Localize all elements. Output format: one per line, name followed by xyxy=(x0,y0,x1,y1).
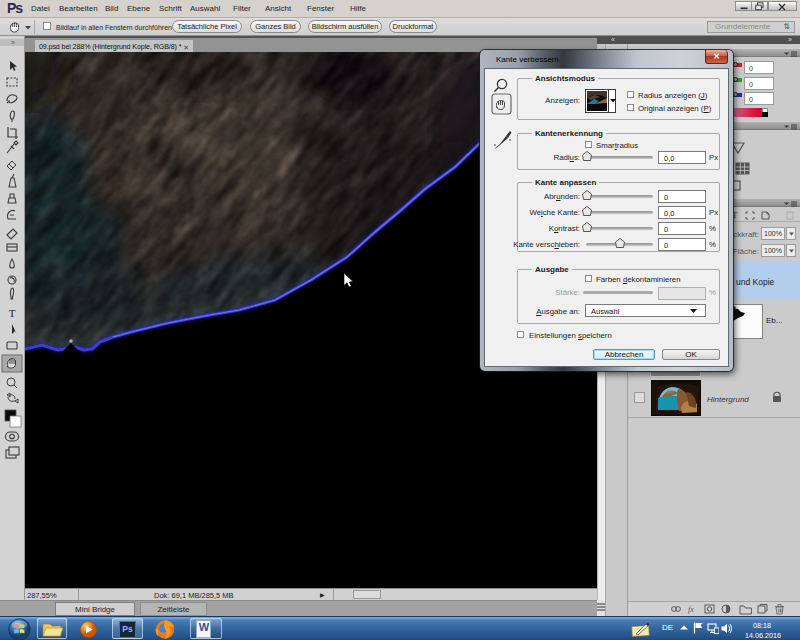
svg-text:T: T xyxy=(9,307,16,319)
svg-text:»: » xyxy=(11,39,15,46)
svg-text:fx: fx xyxy=(688,605,694,614)
